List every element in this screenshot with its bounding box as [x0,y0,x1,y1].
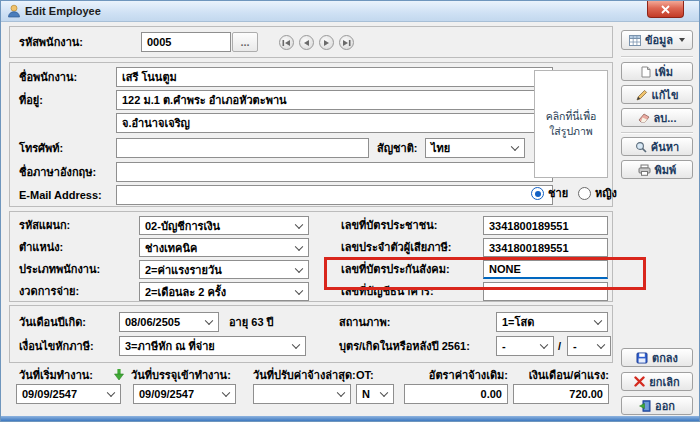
nav-next-button[interactable] [319,35,334,50]
add-button-label: เพิ่ม [655,63,673,81]
email-label: E-Mail Address: [19,185,102,205]
toolbar-separator [621,56,693,57]
position-select[interactable]: ช่างเทคนิค [139,238,309,257]
last-adjust-date-select[interactable] [253,384,351,404]
previous-record-icon [303,39,310,47]
edit-button[interactable]: แก้ไข [621,85,693,104]
birth-date-select[interactable]: 08/06/2505 [119,312,219,332]
chevron-down-icon [540,341,548,349]
address-line2-input[interactable]: จ.อำนาจเจริญ [116,113,553,133]
browse-button[interactable]: ... [232,32,258,52]
gender-female-label: หญิง [595,187,617,200]
tax-id-input[interactable]: 3341800189551 [483,238,608,257]
id-card-input[interactable]: 3341800189551 [483,216,608,235]
department-value: 02-บัญชีการเงิน [145,217,220,235]
old-rate-label: อัตราค่าจ้างเดิม: [401,369,508,381]
delete-button[interactable]: ลบ... [621,108,693,127]
gender-male-radio[interactable] [531,187,544,200]
employee-type-label: ประเภทพนักงาน: [19,260,100,279]
new-document-icon [641,66,651,78]
exit-button[interactable]: ออก [621,396,693,415]
caret-down-icon [679,38,685,42]
marital-status-label: สถานภาพ: [339,312,390,332]
tax-condition-select[interactable]: 3=ภาษีหัก ณ ที่จ่าย [119,336,306,356]
toolbar-separator [621,132,693,133]
ot-select[interactable]: N [356,384,394,404]
pay-period-label: งวดการจ่าย: [19,282,79,301]
children-select-1[interactable]: - [496,336,554,356]
old-rate-input[interactable]: 0.00 [404,384,508,404]
department-select[interactable]: 02-บัญชีการเงิน [139,216,309,235]
chevron-down-icon [292,341,300,349]
children-value-2: - [573,340,577,352]
placement-date-select[interactable]: 09/09/2547 [133,384,236,404]
gender-female-radio[interactable] [578,187,591,200]
search-button[interactable]: ค้นหา [621,137,693,156]
pay-period-value: 2=เดือนละ 2 ครั้ง [145,283,226,301]
chevron-down-icon [295,242,303,250]
search-button-label: ค้นหา [651,138,679,156]
children-label: บุตร/เกิดในหรือหลังปี 2561: [339,336,470,356]
pencil-icon [636,89,648,101]
birth-date-label: วันเดือนปีเกิด: [19,312,86,332]
nationality-select[interactable]: ไทย [425,138,525,158]
tax-id-label: เลขประจำตัวผู้เสียภาษี: [341,238,451,257]
eraser-icon [638,112,650,123]
english-name-input[interactable] [116,162,553,182]
english-name-label: ชื่อภาษาอังกฤษ: [19,162,96,182]
pay-period-select[interactable]: 2=เดือนละ 2 ครั้ง [139,282,309,301]
address-line1-input[interactable]: 122 ม.1 ต.คำพระ อำเภอหัวตะพาน [116,90,553,110]
edit-employee-window: Edit Employee รหัสพนักงาน: 0005 ... ชื่อ… [0,0,700,422]
bank-account-input[interactable] [483,282,608,301]
exit-door-icon [639,400,651,412]
children-select-2[interactable]: - [567,336,611,356]
person-icon [7,4,21,18]
last-record-icon [342,39,351,47]
start-date-select[interactable]: 09/09/2547 [16,384,121,404]
photo-placeholder-line2: ใส่รูปภาพ [549,124,593,139]
nationality-label: สัญชาติ: [377,138,418,158]
phone-input[interactable] [116,138,369,158]
photo-upload-box[interactable]: คลิกที่นี่เพื่อ ใส่รูปภาพ [534,70,608,178]
name-input[interactable]: เสรี โนนตูม [116,67,553,87]
exit-button-label: ออก [655,397,675,415]
salary-input[interactable]: 720.00 [513,384,609,404]
employee-type-select[interactable]: 2=ค่าแรงรายวัน [139,260,309,279]
marital-status-value: 1=โสด [502,313,534,331]
ok-button[interactable]: ตกลง [621,348,693,367]
delete-button-label: ลบ... [654,109,677,127]
ok-button-label: ตกลง [652,349,678,367]
cancel-button[interactable]: ยกเลิก [621,372,693,391]
address-label: ที่อยู่: [19,90,43,110]
cancel-button-label: ยกเลิก [649,373,679,391]
email-input[interactable] [116,185,553,205]
marital-status-select[interactable]: 1=โสด [496,312,608,332]
gender-male-label: ชาย [548,187,568,200]
next-record-icon [323,39,330,47]
chevron-down-icon [295,286,303,294]
print-button[interactable]: พิมพ์ [621,160,693,179]
bank-account-label: เลขที่บัญชีธนาคาร: [341,282,434,301]
nav-previous-button[interactable] [299,35,314,50]
chevron-down-icon [337,389,345,397]
department-label: รหัสแผนก: [19,216,70,235]
age-text: อายุ 63 ปี [229,312,274,332]
start-date-value: 09/09/2547 [22,388,77,400]
start-date-label: วันที่เริ่มทำงาน: [19,369,93,381]
tax-condition-label: เงื่อนไขหักภาษี: [19,336,94,356]
print-button-label: พิมพ์ [655,161,677,179]
nav-first-button[interactable] [279,35,294,50]
close-button[interactable] [647,1,684,18]
data-button[interactable]: ข้อมูล [621,30,693,50]
employee-code-input[interactable]: 0005 [141,32,231,52]
add-button[interactable]: เพิ่ม [621,62,693,81]
first-record-icon [282,39,291,47]
social-security-input[interactable]: NONE [483,260,608,279]
tax-condition-value: 3=ภาษีหัก ณ ที่จ่าย [125,337,215,355]
green-down-arrow-icon [113,368,125,381]
save-icon [636,352,648,364]
chevron-down-icon [222,389,230,397]
chevron-down-icon [594,317,602,325]
nav-last-button[interactable] [339,35,354,50]
social-security-label: เลขที่บัตรประกันสังคม: [341,260,450,279]
